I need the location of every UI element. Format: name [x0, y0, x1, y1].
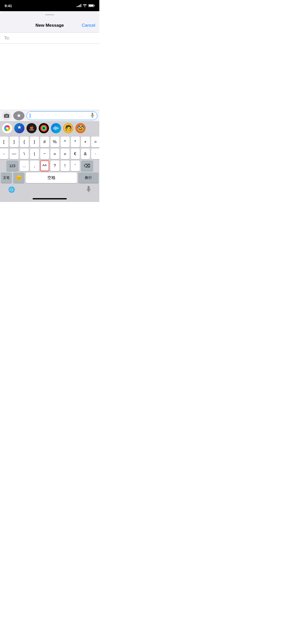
app-icons-row: 🍎 Cash 🧑 🥸 — [0, 121, 99, 135]
svg-rect-9 — [55, 126, 56, 130]
key-hyphen[interactable]: - — [0, 149, 8, 159]
camera-button[interactable] — [2, 111, 11, 120]
svg-rect-12 — [58, 128, 59, 129]
sheet-handle — [45, 14, 54, 15]
to-input[interactable] — [12, 36, 95, 41]
to-field[interactable]: To: — [0, 33, 99, 44]
status-time: 9:41 — [5, 4, 12, 8]
keyboard-row-bottom: 五笔 😊 空格 换行 — [0, 171, 99, 184]
keyboard[interactable]: [ ] { } # % ^ * + = - — \ | ~ « » € & · … — [0, 135, 99, 195]
soundrecognition-app-icon[interactable] — [51, 123, 61, 133]
battery-icon — [88, 4, 95, 7]
svg-rect-8 — [54, 127, 55, 130]
wifi-icon — [83, 4, 87, 7]
key-question[interactable]: ? — [50, 160, 59, 171]
activity-rings-icon — [40, 124, 48, 132]
home-indicator — [0, 195, 99, 202]
keyboard-row-1: [ ] { } # % ^ * + = — [0, 135, 99, 147]
key-asterisk[interactable]: * — [71, 137, 80, 147]
key-euro[interactable]: € — [71, 149, 80, 159]
message-input-field[interactable] — [26, 111, 97, 120]
key-emoji[interactable]: 😊 — [13, 172, 24, 183]
key-apostrophe[interactable]: ' — [71, 160, 80, 171]
camera-icon — [4, 113, 9, 118]
key-open-brace[interactable]: { — [20, 137, 29, 147]
key-middot[interactable]: · — [91, 149, 100, 159]
appstore-inner-icon — [16, 125, 22, 131]
text-cursor — [30, 113, 30, 118]
keyboard-row-3: 123 … , ^^ ? ! ' ⌫ — [0, 159, 99, 171]
microphone-keyboard-icon — [86, 186, 91, 193]
keyboard-mic-button[interactable] — [86, 186, 91, 194]
cancel-button[interactable]: Cancel — [82, 23, 95, 28]
key-exclamation[interactable]: ! — [61, 160, 70, 171]
key-hash[interactable]: # — [40, 137, 49, 147]
key-123[interactable]: 123 — [6, 160, 19, 171]
activity-app-icon[interactable] — [39, 123, 49, 133]
svg-point-6 — [43, 127, 45, 129]
status-icons — [77, 4, 95, 7]
key-return[interactable]: 换行 — [78, 172, 99, 183]
apple-cash-label: Cash — [29, 129, 34, 131]
key-laquo[interactable]: « — [50, 149, 59, 159]
key-open-bracket[interactable]: [ — [0, 137, 8, 147]
message-toolbar — [0, 110, 99, 121]
svg-rect-11 — [57, 127, 58, 129]
key-close-bracket[interactable]: ] — [10, 137, 19, 147]
svg-rect-1 — [89, 5, 93, 7]
key-caret[interactable]: ^ — [61, 137, 70, 147]
microphone-inline-icon — [90, 113, 94, 118]
key-delete[interactable]: ⌫ — [81, 160, 93, 171]
signal-bars-icon — [77, 4, 81, 7]
key-percent[interactable]: % — [50, 137, 59, 147]
key-equals[interactable]: = — [91, 137, 100, 147]
key-ampersand[interactable]: & — [81, 149, 90, 159]
photos-app-icon[interactable] — [2, 123, 12, 133]
mic-button-inline[interactable] — [90, 113, 94, 119]
key-gojuon[interactable]: 五笔 — [1, 172, 12, 183]
memoji-app-icon[interactable]: 🧑 — [63, 123, 73, 133]
key-double-caret[interactable]: ^^ — [40, 160, 49, 171]
key-plus[interactable]: + — [81, 137, 90, 147]
status-bar: 9:41 — [0, 0, 99, 11]
key-comma[interactable]: , — [30, 160, 39, 171]
applecash-app-icon[interactable]: 🍎 Cash — [26, 123, 37, 133]
key-raquo[interactable]: » — [61, 149, 70, 159]
message-header: New Message Cancel — [0, 18, 99, 33]
photos-icon — [2, 123, 12, 133]
key-tilde[interactable]: ~ — [40, 149, 49, 159]
message-body[interactable] — [0, 44, 99, 110]
keyboard-bottom: 🌐 — [0, 184, 99, 195]
to-label: To: — [4, 36, 10, 41]
apps-button[interactable] — [13, 111, 24, 120]
svg-rect-10 — [56, 127, 57, 130]
home-bar — [33, 198, 67, 199]
keyboard-row-2: - — \ | ~ « » € & · — [0, 147, 99, 159]
avatar-app-icon[interactable]: 🥸 — [75, 123, 86, 133]
key-pipe[interactable]: | — [30, 149, 39, 159]
key-backslash[interactable]: \ — [20, 149, 29, 159]
svg-point-3 — [6, 127, 8, 129]
waveform-icon — [53, 126, 59, 131]
appstore-icon — [16, 113, 21, 118]
key-emdash[interactable]: — — [10, 149, 19, 159]
svg-rect-7 — [53, 127, 54, 129]
key-close-brace[interactable]: } — [30, 137, 39, 147]
appstore-app-icon[interactable] — [14, 123, 24, 133]
key-space[interactable]: 空格 — [26, 172, 77, 183]
key-ellipsis[interactable]: … — [20, 160, 29, 171]
globe-button[interactable]: 🌐 — [8, 186, 15, 193]
page-title: New Message — [35, 23, 64, 28]
sheet-handle-area — [0, 11, 99, 18]
